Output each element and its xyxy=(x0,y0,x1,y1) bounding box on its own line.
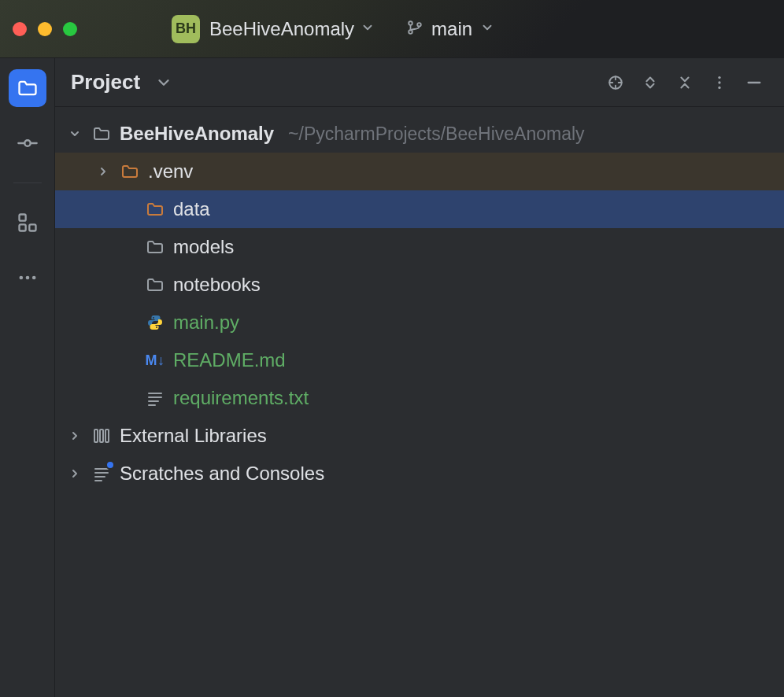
project-panel: Project xyxy=(55,58,784,697)
svg-rect-27 xyxy=(105,430,109,442)
tree-row-main-py[interactable]: main.py xyxy=(55,304,784,341)
node-label: models xyxy=(173,236,234,258)
panel-view-chevron-icon[interactable] xyxy=(150,68,178,97)
root-path-label: ~/PycharmProjects/BeeHiveAnomaly xyxy=(288,124,584,145)
svg-point-11 xyxy=(31,276,35,280)
scratches-icon xyxy=(91,463,112,484)
branch-name-label: main xyxy=(431,18,472,40)
tree-row-notebooks[interactable]: notebooks xyxy=(55,266,784,304)
tree-row-scratches[interactable]: Scratches and Consoles xyxy=(55,455,784,492)
chevron-down-icon[interactable] xyxy=(66,125,83,142)
tree-row-readme[interactable]: M↓ README.md xyxy=(55,341,784,379)
tree-row-requirements[interactable]: requirements.txt xyxy=(55,379,784,417)
hide-panel-icon[interactable] xyxy=(740,68,768,97)
svg-rect-26 xyxy=(100,430,103,442)
select-opened-file-icon[interactable] xyxy=(601,68,630,97)
project-badge[interactable]: BH xyxy=(172,15,200,43)
text-file-icon xyxy=(145,388,165,408)
project-tree[interactable]: BeeHiveAnomaly ~/PycharmProjects/BeeHive… xyxy=(55,107,784,492)
commit-tool-button[interactable] xyxy=(9,124,46,162)
node-label: data xyxy=(173,198,210,220)
svg-point-17 xyxy=(718,76,720,78)
svg-rect-7 xyxy=(19,224,25,230)
chevron-right-icon[interactable] xyxy=(66,427,83,444)
vcs-branch-widget[interactable]: main xyxy=(406,18,494,40)
svg-point-10 xyxy=(25,276,29,280)
window-minimize-button[interactable] xyxy=(38,22,52,36)
python-file-icon xyxy=(145,312,165,333)
tree-row-data[interactable]: data xyxy=(55,190,784,228)
folder-icon xyxy=(120,161,140,182)
left-toolstrip xyxy=(0,58,55,697)
project-chevron-icon[interactable] xyxy=(361,20,375,38)
titlebar: BH BeeHiveAnomaly main xyxy=(0,0,784,58)
expand-all-icon[interactable] xyxy=(636,68,664,97)
toolstrip-separator xyxy=(13,183,42,183)
tree-root-row[interactable]: BeeHiveAnomaly ~/PycharmProjects/BeeHive… xyxy=(55,115,784,153)
project-tool-button[interactable] xyxy=(9,69,46,107)
node-label: README.md xyxy=(173,349,286,371)
project-name-label[interactable]: BeeHiveAnomaly xyxy=(209,18,354,40)
svg-rect-25 xyxy=(94,430,98,442)
window-maximize-button[interactable] xyxy=(63,22,77,36)
root-name-label: BeeHiveAnomaly xyxy=(120,123,274,145)
window-controls xyxy=(13,22,77,36)
svg-point-9 xyxy=(19,276,23,280)
collapse-all-icon[interactable] xyxy=(671,68,699,97)
folder-icon xyxy=(145,199,165,219)
branch-icon xyxy=(406,19,423,39)
node-label: notebooks xyxy=(173,274,261,296)
node-label: requirements.txt xyxy=(173,387,309,409)
chevron-right-icon[interactable] xyxy=(66,465,83,482)
window-close-button[interactable] xyxy=(13,22,27,36)
branch-chevron-icon xyxy=(480,20,494,38)
folder-icon xyxy=(91,124,112,144)
project-panel-header: Project xyxy=(55,58,784,107)
panel-options-icon[interactable] xyxy=(705,68,734,97)
tree-row-venv[interactable]: .venv xyxy=(55,153,784,190)
svg-rect-6 xyxy=(19,215,25,221)
tree-row-models[interactable]: models xyxy=(55,228,784,266)
node-label: .venv xyxy=(148,160,193,183)
node-label: External Libraries xyxy=(120,425,267,447)
libraries-icon xyxy=(91,426,112,446)
markdown-file-icon: M↓ xyxy=(145,350,165,371)
folder-icon xyxy=(145,237,165,257)
tree-row-external-libraries[interactable]: External Libraries xyxy=(55,417,784,455)
svg-point-18 xyxy=(718,81,720,83)
node-label: Scratches and Consoles xyxy=(120,463,324,485)
chevron-right-icon[interactable] xyxy=(94,163,112,180)
more-tool-button[interactable] xyxy=(9,259,46,297)
folder-icon xyxy=(145,275,165,295)
svg-rect-8 xyxy=(29,224,35,230)
node-label: main.py xyxy=(173,312,239,334)
svg-point-19 xyxy=(718,86,720,88)
panel-title-label[interactable]: Project xyxy=(71,70,140,94)
structure-tool-button[interactable] xyxy=(9,204,46,242)
